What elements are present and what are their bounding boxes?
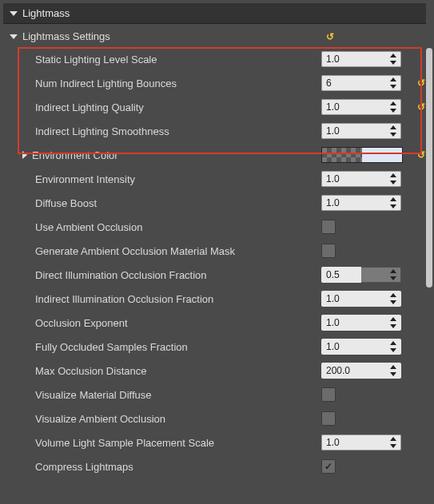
section-title: Lightmass <box>22 7 70 19</box>
scrollbar[interactable] <box>426 48 432 288</box>
property-label: Fully Occluded Samples Fraction <box>35 341 188 353</box>
property-label: Direct Illumination Occlusion Fraction <box>35 269 207 281</box>
row-indirect-illum-occ-fraction: Indirect Illumination Occlusion Fraction… <box>3 287 426 311</box>
row-diffuse-boost: Diffuse Boost 1.0 <box>3 191 426 215</box>
row-visualize-ambient-occlusion: Visualize Ambient Occlusion <box>3 407 426 431</box>
row-volume-sample-scale: Volume Light Sample Placement Scale 1.0 <box>3 431 426 454</box>
row-indirect-lighting-quality: Indirect Lighting Quality 1.0 ↺ <box>3 95 426 119</box>
spinner-icon <box>390 268 398 281</box>
spinbox-indirect-lighting-smoothness[interactable]: 1.0 <box>321 123 401 139</box>
reset-icon[interactable]: ↺ <box>417 77 425 89</box>
section-body: Lightmass Settings ↺ Static Lighting Lev… <box>3 24 426 478</box>
spinbox-num-indirect-bounces[interactable]: 6 <box>321 75 401 91</box>
property-label: Use Ambient Occlusion <box>35 221 142 233</box>
row-use-ambient-occlusion: Use Ambient Occlusion <box>3 215 426 239</box>
row-visualize-material-diffuse: Visualize Material Diffuse <box>3 383 426 407</box>
spinner-icon <box>390 101 398 113</box>
property-label: Visualize Material Diffuse <box>35 389 151 401</box>
spinbox-fully-occluded-fraction[interactable]: 1.0 <box>321 339 401 355</box>
spinbox-max-occ-distance[interactable]: 200.0 <box>321 363 401 379</box>
color-swatch-environment-color[interactable] <box>321 147 403 163</box>
checkbox-generate-ao-material-mask[interactable] <box>321 244 336 258</box>
spinner-icon <box>390 292 398 305</box>
property-label: Num Indirect Lighting Bounces <box>35 77 177 89</box>
collapse-icon <box>10 34 18 39</box>
property-label: Environment Color <box>32 149 118 161</box>
row-num-indirect-bounces: Num Indirect Lighting Bounces 6 ↺ <box>3 71 426 95</box>
property-label: Diffuse Boost <box>35 197 97 209</box>
property-label: Generate Ambient Occlusion Material Mask <box>35 245 235 257</box>
property-label: Indirect Lighting Smoothness <box>35 125 169 137</box>
spinner-icon <box>390 436 398 449</box>
row-static-lighting-level-scale: Static Lighting Level Scale 1.0 <box>3 47 426 71</box>
property-label: Visualize Ambient Occlusion <box>35 413 165 425</box>
spinbox-environment-intensity[interactable]: 1.0 <box>321 171 401 187</box>
spinbox-static-lighting-level-scale[interactable]: 1.0 <box>321 51 401 67</box>
checkbox-compress-lightmaps[interactable] <box>321 459 336 474</box>
reset-icon[interactable]: ↺ <box>417 101 425 113</box>
property-label: Indirect Lighting Quality <box>35 101 144 113</box>
spinbox-occlusion-exponent[interactable]: 1.0 <box>321 315 401 331</box>
row-environment-color: Environment Color ↺ <box>3 143 426 167</box>
row-occlusion-exponent: Occlusion Exponent 1.0 <box>3 311 426 335</box>
spinner-icon <box>390 316 398 329</box>
spinner-icon <box>390 125 398 137</box>
property-label: Environment Intensity <box>35 173 135 185</box>
row-generate-ao-material-mask: Generate Ambient Occlusion Material Mask <box>3 239 426 263</box>
spinbox-indirect-illum-occ-fraction[interactable]: 1.0 <box>321 291 401 307</box>
row-environment-intensity: Environment Intensity 1.0 <box>3 167 426 191</box>
row-compress-lightmaps: Compress Lightmaps <box>3 454 426 478</box>
spinbox-indirect-lighting-quality[interactable]: 1.0 <box>321 99 401 115</box>
reset-icon[interactable]: ↺ <box>326 31 334 42</box>
spinbox-direct-illum-occ-fraction[interactable]: 0.5 <box>321 267 401 283</box>
property-label: Max Occlusion Distance <box>35 365 146 377</box>
spinner-icon <box>390 53 398 65</box>
checkbox-visualize-ambient-occlusion[interactable] <box>321 411 336 426</box>
row-fully-occluded-fraction: Fully Occluded Samples Fraction 1.0 <box>3 335 426 359</box>
checkbox-use-ambient-occlusion[interactable] <box>321 220 336 234</box>
collapse-icon <box>10 11 18 16</box>
reset-icon[interactable]: ↺ <box>417 149 425 161</box>
spinbox-volume-sample-scale[interactable]: 1.0 <box>321 435 401 450</box>
subsection-title: Lightmass Settings <box>22 30 110 42</box>
property-label: Occlusion Exponent <box>35 317 128 329</box>
property-label: Volume Light Sample Placement Scale <box>35 437 214 449</box>
spinner-icon <box>390 173 398 185</box>
spinbox-diffuse-boost[interactable]: 1.0 <box>321 195 401 211</box>
checkbox-visualize-material-diffuse[interactable] <box>321 387 336 402</box>
property-label: Compress Lightmaps <box>35 461 133 473</box>
subsection-header[interactable]: Lightmass Settings ↺ <box>3 26 426 47</box>
spinner-icon <box>390 196 398 209</box>
property-rows: Static Lighting Level Scale 1.0 Num Indi… <box>3 47 426 478</box>
property-label: Indirect Illumination Occlusion Fraction <box>35 293 213 305</box>
section-header[interactable]: Lightmass <box>3 3 426 24</box>
row-max-occ-distance: Max Occlusion Distance 200.0 <box>3 359 426 383</box>
row-direct-illum-occ-fraction: Direct Illumination Occlusion Fraction 0… <box>3 263 426 287</box>
property-label: Static Lighting Level Scale <box>35 54 157 65</box>
row-indirect-lighting-smoothness: Indirect Lighting Smoothness 1.0 <box>3 119 426 143</box>
spinner-icon <box>390 364 398 377</box>
expand-icon[interactable] <box>22 151 27 159</box>
spinner-icon <box>390 77 398 89</box>
lightmass-panel: Lightmass Lightmass Settings ↺ Static Li… <box>0 0 434 504</box>
spinner-icon <box>390 340 398 353</box>
